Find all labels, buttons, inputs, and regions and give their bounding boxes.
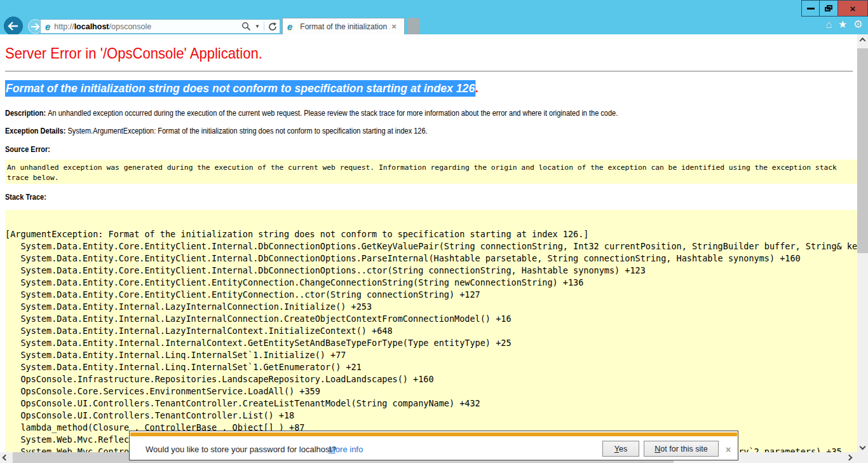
address-bar-divider [264,22,264,31]
notification-close-icon[interactable]: × [726,445,731,454]
vertical-scrollbar[interactable] [857,34,868,452]
scrollbar-corner [857,452,868,463]
page-favicon-icon: e [45,21,50,32]
source-error-box: An unhandled exception was generated dur… [5,160,857,184]
password-notification-bar: Would you like to store your password fo… [129,431,738,460]
selected-error-message: Format of the initialization string does… [5,80,475,97]
search-dropdown-caret-icon[interactable]: ▼ [255,24,260,29]
forward-arrow-icon [31,23,40,31]
error-message: Format of the initialization string does… [5,81,478,95]
address-bar[interactable]: e http://localhost/opsconsole ▼ [40,19,280,34]
chevron-down-icon [860,444,866,450]
window-close-button[interactable]: × [838,0,868,17]
favorites-star-icon[interactable]: ★ [838,19,848,30]
window-minimize-button[interactable] [801,0,820,17]
stack-trace-text: [ArgumentException: Format of the initia… [5,210,857,452]
page-content: Server Error in '/OpsConsole' Applicatio… [0,34,857,452]
url-text: http://localhost/opsconsole [54,22,151,31]
notification-message: Would you like to store your password fo… [146,445,336,454]
stack-trace-label: Stack Trace: [5,193,52,202]
source-error-text: An unhandled exception was generated dur… [5,160,857,183]
window-restore-button[interactable] [820,0,838,17]
exception-details-line: Exception Details: System.ArgumentExcept… [5,127,485,135]
back-arrow-icon [8,22,19,31]
tab-title: Format of the initialization ... [300,22,390,31]
chevron-right-icon [846,455,853,461]
scroll-right-button[interactable] [844,452,855,463]
scroll-left-button[interactable] [0,452,11,463]
chevron-left-icon [3,455,9,461]
notification-accent-bar [130,432,737,436]
stack-trace-box: [ArgumentException: Format of the initia… [5,210,857,452]
title-bar: × e http://localhost/opsconsole ▼ e [0,0,868,34]
window-controls: × [801,0,868,17]
chevron-up-icon [860,38,866,44]
yes-button[interactable]: Yes [602,441,639,457]
new-tab-button[interactable] [407,18,420,34]
minimize-icon [807,8,815,10]
source-error-label: Source Error: [5,145,57,154]
error-page-title: Server Error in '/OpsConsole' Applicatio… [5,45,262,62]
home-icon[interactable]: ⌂ [825,19,832,30]
horizontal-rule [5,71,853,72]
more-info-link[interactable]: More info [329,445,363,454]
scroll-down-button[interactable] [857,441,868,452]
vertical-scrollbar-thumb[interactable] [857,48,868,253]
tab-close-icon[interactable]: × [391,22,397,31]
search-icon[interactable] [241,22,251,31]
refresh-icon[interactable] [268,22,277,31]
close-icon: × [850,4,856,13]
not-for-this-site-button[interactable]: Not for this site [644,441,719,457]
settings-gear-icon[interactable]: ⚙ [853,19,863,30]
restore-icon [825,5,832,11]
scroll-up-button[interactable] [857,34,868,45]
back-button[interactable] [4,17,23,36]
tab-favicon-icon: e [287,21,292,32]
tab-format-initialization[interactable]: e Format of the initialization ... × [282,18,405,34]
description-line: Description: An unhandled exception occu… [5,109,702,118]
